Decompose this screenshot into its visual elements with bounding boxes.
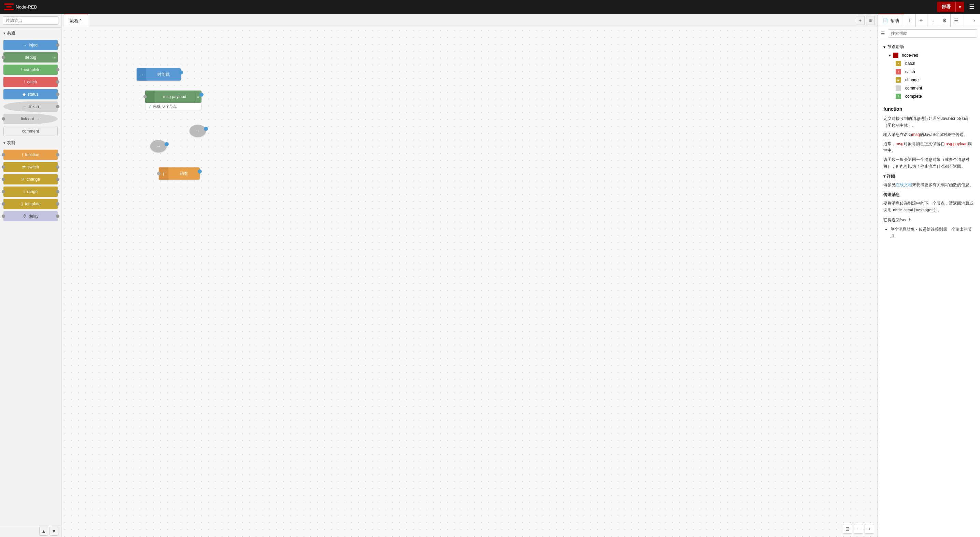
logo-icon: [4, 3, 14, 10]
tab-flow1[interactable]: 流程 1: [64, 14, 88, 27]
panel-collapse-btn[interactable]: ›: [968, 14, 980, 27]
node-linkout-label: link out: [21, 116, 34, 121]
range-input-port: [2, 190, 5, 193]
panel-align-btn[interactable]: ↕: [928, 14, 939, 27]
panel-settings-btn[interactable]: ⚙: [939, 14, 951, 27]
help-tree-header[interactable]: ▾ 节点帮助: [881, 43, 977, 51]
node-inject-label: inject: [29, 43, 38, 48]
help-search-input[interactable]: [888, 29, 977, 38]
zoom-fit-button[interactable]: ⊡: [843, 524, 852, 534]
help-tree-catch[interactable]: ! catch: [893, 68, 977, 76]
category-function[interactable]: ▾ 功能: [0, 137, 61, 148]
topbar: Node-RED 部署 ▾ ☰: [0, 0, 980, 14]
deploy-dropdown-icon[interactable]: ▾: [955, 2, 964, 12]
help-tree-comment[interactable]: comment: [893, 84, 977, 92]
status-text: 完成: 0 个节点: [153, 104, 177, 109]
flow-node-timestamp[interactable]: → 时间戳: [137, 69, 181, 81]
node-change[interactable]: ⇄ change: [3, 174, 58, 185]
node-range-label: range: [27, 189, 38, 194]
list-tabs-button[interactable]: ≡: [866, 16, 875, 25]
help-tree-complete[interactable]: ! complete: [893, 92, 977, 100]
linkin-icon: →: [22, 104, 26, 109]
list-icon[interactable]: ☰: [881, 31, 885, 36]
node-function[interactable]: f function: [3, 150, 58, 160]
node-status[interactable]: ◆ status: [3, 89, 58, 99]
sidebar-scroll-down[interactable]: ▼: [49, 527, 58, 535]
add-tab-button[interactable]: +: [856, 16, 865, 25]
category-common[interactable]: ▾ 共通: [0, 28, 61, 39]
link2-output-dot[interactable]: [165, 142, 169, 146]
timestamp-output-dot[interactable]: [179, 70, 183, 75]
help-tree-nodered-icon: [893, 53, 898, 58]
node-complete[interactable]: ! complete: [3, 65, 58, 75]
canvas-area: 流程 1 + ≡ → 时间戳 msg.payload ≡: [62, 14, 878, 537]
panel-data-btn[interactable]: ☰: [951, 14, 962, 27]
node-switch[interactable]: ⇄ switch: [3, 162, 58, 172]
node-template[interactable]: {} template: [3, 199, 58, 209]
search-box: [0, 14, 61, 28]
linkout-input-port: [2, 117, 5, 121]
help-tree-header-label: 节点帮助: [888, 44, 904, 50]
flow-node-link1[interactable]: →: [189, 125, 206, 137]
node-linkin-label: link in: [28, 104, 39, 109]
node-linkout[interactable]: link out →: [3, 114, 58, 124]
detail-link[interactable]: 在线文档: [896, 182, 912, 187]
send-header-label: 传送消息: [883, 192, 900, 198]
node-inject[interactable]: → inject: [3, 40, 58, 50]
help-content-title: function: [883, 105, 975, 113]
return-bullet1: 单个消息对象 - 传递给连接到第一个输出的节点: [890, 226, 975, 239]
nodered-group-label: node-red: [902, 53, 918, 58]
flow-node-msgpayload[interactable]: msg.payload ≡ ✓ 完成: 0 个节点: [145, 91, 202, 103]
catch-tree-icon: !: [896, 69, 901, 75]
node-catch[interactable]: ! catch: [3, 77, 58, 87]
help-tree-change[interactable]: ⇄ change: [893, 76, 977, 84]
delay-icon: ⏱: [22, 214, 27, 218]
help-tree-batch[interactable]: × batch: [893, 59, 977, 68]
panel-info-btn[interactable]: ℹ: [904, 14, 916, 27]
linkin-output-port: [56, 105, 59, 108]
node-debug[interactable]: debug ≡: [3, 52, 58, 62]
zoom-in-button[interactable]: +: [865, 524, 874, 534]
msgpayload-output-dot[interactable]: [199, 92, 204, 97]
return-header: 它将返回/send:: [883, 217, 975, 223]
panel-edit-btn[interactable]: ✏: [916, 14, 928, 27]
change-output-port: [56, 178, 59, 181]
change-input-port: [2, 178, 5, 181]
canvas[interactable]: → 时间戳 msg.payload ≡ ✓ 完成: 0 个节点 →: [62, 27, 878, 537]
node-template-label: template: [25, 202, 41, 206]
node-delay[interactable]: ⏱ delay: [3, 211, 58, 221]
node-comment[interactable]: comment: [3, 126, 58, 136]
zoom-out-button[interactable]: −: [854, 524, 863, 534]
function-output-dot[interactable]: [198, 169, 202, 174]
batch-tree-icon: ×: [896, 61, 901, 66]
main-layout: ▾ 共通 → inject debug ≡ ! complete: [0, 14, 980, 537]
flow-node-function[interactable]: f 函数: [159, 167, 200, 180]
range-output-port: [56, 190, 59, 193]
chevron-down-icon-func: ▾: [3, 141, 5, 145]
deploy-button[interactable]: 部署 ▾: [937, 2, 964, 12]
template-output-port: [56, 202, 59, 206]
sidebar-scroll-up[interactable]: ▲: [39, 527, 48, 535]
complete-icon: !: [21, 67, 22, 72]
flow-node-link2[interactable]: →: [150, 140, 167, 152]
node-switch-label: switch: [28, 165, 39, 169]
node-linkin[interactable]: → link in: [3, 102, 58, 112]
hamburger-button[interactable]: ☰: [968, 2, 976, 12]
catch-output-port: [56, 80, 59, 84]
send-suffix: 。: [937, 207, 942, 212]
complete-output-port: [56, 68, 59, 72]
switch-icon: ⇄: [22, 165, 25, 169]
change-label: change: [905, 78, 918, 82]
panel-tab-help[interactable]: 📄 帮助: [878, 14, 904, 27]
link1-output-dot[interactable]: [204, 127, 208, 131]
chevron-detail: ▾: [883, 173, 885, 180]
detail-header: ▾ 详细: [883, 173, 975, 180]
status-icon: ◆: [22, 92, 25, 97]
function-canvas-label: 函数: [168, 171, 200, 177]
node-range[interactable]: ii range: [3, 186, 58, 197]
delay-output-port: [56, 215, 59, 218]
search-input[interactable]: [3, 16, 58, 25]
para3-prefix: 通常，: [883, 142, 896, 146]
help-tree-nodered[interactable]: ▾ node-red: [886, 51, 977, 59]
debug-input-port: [2, 56, 5, 59]
